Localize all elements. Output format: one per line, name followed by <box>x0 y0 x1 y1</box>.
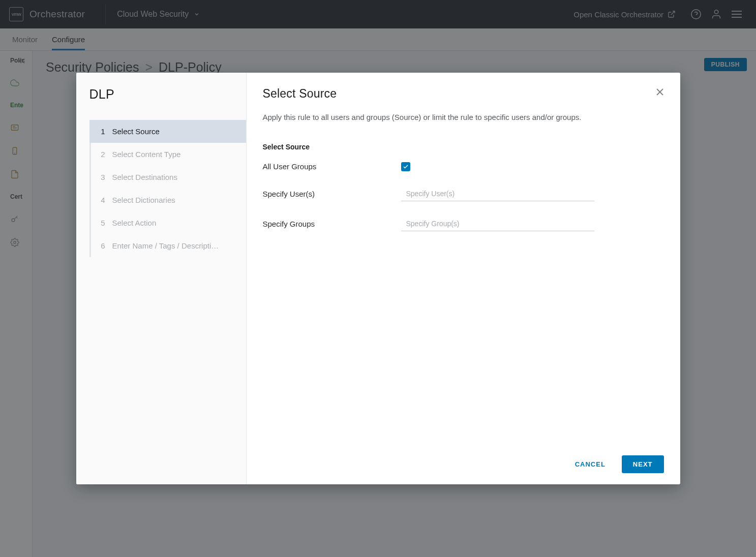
row-specify-users: Specify User(s) <box>263 187 664 201</box>
panel-description: Apply this rule to all users and groups … <box>263 112 664 123</box>
specify-users-input[interactable] <box>401 187 594 201</box>
close-modal-button[interactable] <box>654 86 666 98</box>
next-button[interactable]: NEXT <box>622 455 664 473</box>
all-user-groups-label: All User Groups <box>263 162 401 171</box>
step-label: Select Source <box>112 127 240 136</box>
checkmark-icon <box>403 164 409 170</box>
step-label: Enter Name / Tags / Descripti… <box>112 241 240 250</box>
step-label: Select Dictionaries <box>112 196 240 204</box>
cancel-button[interactable]: CANCEL <box>568 455 613 473</box>
specify-groups-input[interactable] <box>401 216 594 231</box>
wizard-step-6[interactable]: 6 Enter Name / Tags / Descripti… <box>91 234 246 257</box>
step-number: 5 <box>100 219 105 227</box>
step-number: 4 <box>100 196 105 204</box>
modal-footer: CANCEL NEXT <box>263 446 664 473</box>
panel-title: Select Source <box>263 87 664 101</box>
modal-backdrop: DLP 1 Select Source 2 Select Content Typ… <box>0 0 756 557</box>
step-label: Select Content Type <box>112 150 240 159</box>
step-label: Select Action <box>112 219 240 227</box>
wizard-title: DLP <box>89 87 246 102</box>
specify-users-label: Specify User(s) <box>263 190 401 198</box>
wizard-step-5[interactable]: 5 Select Action <box>91 211 246 234</box>
step-number: 2 <box>100 150 105 159</box>
wizard-step-4[interactable]: 4 Select Dictionaries <box>91 189 246 211</box>
row-specify-groups: Specify Groups <box>263 216 664 231</box>
specify-groups-label: Specify Groups <box>263 220 401 228</box>
close-icon <box>654 86 666 98</box>
wizard-step-3[interactable]: 3 Select Destinations <box>91 166 246 189</box>
row-all-user-groups: All User Groups <box>263 162 664 171</box>
wizard-steps: 1 Select Source 2 Select Content Type 3 … <box>89 120 246 257</box>
section-heading: Select Source <box>263 143 664 151</box>
all-user-groups-checkbox[interactable] <box>401 162 410 171</box>
wizard-step-2[interactable]: 2 Select Content Type <box>91 143 246 166</box>
wizard-content-panel: Select Source Apply this rule to all use… <box>247 73 680 484</box>
step-label: Select Destinations <box>112 173 240 181</box>
wizard-step-1[interactable]: 1 Select Source <box>89 120 246 143</box>
step-number: 6 <box>100 241 105 250</box>
step-number: 1 <box>100 127 105 136</box>
step-number: 3 <box>100 173 105 181</box>
dlp-wizard-modal: DLP 1 Select Source 2 Select Content Typ… <box>76 73 680 484</box>
wizard-step-panel: DLP 1 Select Source 2 Select Content Typ… <box>76 73 247 484</box>
